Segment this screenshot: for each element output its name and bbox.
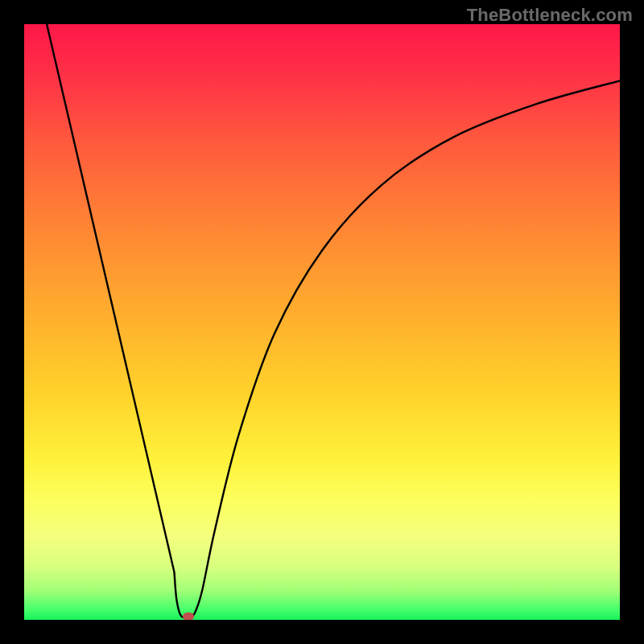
plot-area [24,24,620,620]
watermark-text: TheBottleneck.com [467,5,633,26]
curve-path [47,24,620,617]
optimum-marker [183,613,194,620]
chart-frame: TheBottleneck.com [0,0,644,644]
bottleneck-curve [24,24,620,620]
